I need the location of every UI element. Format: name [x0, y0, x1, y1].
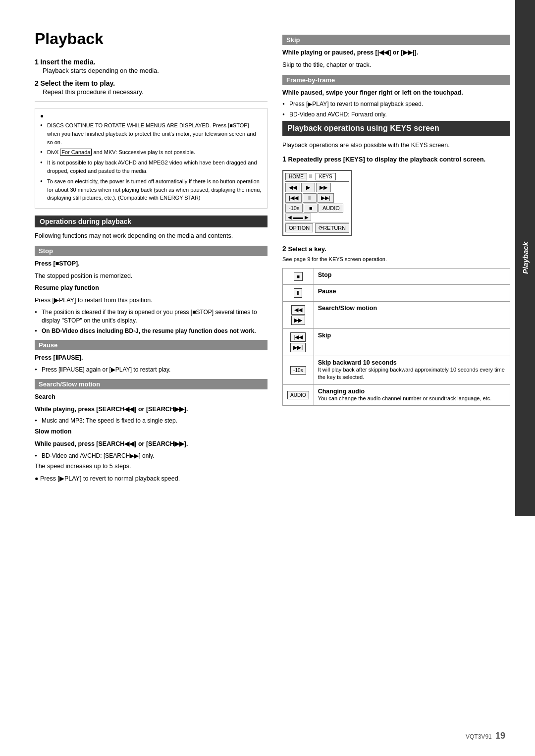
- slow-desc: The speed increases up to 5 steps.: [35, 462, 268, 471]
- stop-desc: The stopped position is memorized.: [35, 271, 268, 281]
- key-return[interactable]: ⟳RETURN: [315, 223, 349, 233]
- step-2-block: 2 Select the item to play. Repeat this p…: [35, 79, 268, 96]
- slow-while: While paused, press [SEARCH◀◀] or [SEARC…: [35, 439, 268, 449]
- 10s-key-icon: -10s: [290, 366, 306, 375]
- pause-bullet-1: Press [ⅡPAUSE] again or [▶PLAY] to resta…: [35, 366, 268, 374]
- frame-bullet-2: BD-Video and AVCHD: Forward only.: [282, 110, 510, 119]
- step1-pbkeys: 1 Repeatedly press [KEYS] to display the…: [282, 155, 510, 163]
- pause-header: Pause: [35, 340, 268, 350]
- key-prev[interactable]: |◀◀: [285, 193, 302, 203]
- pbkeys-desc: Playback operations are also possible wi…: [282, 141, 510, 150]
- search-label-cell: Search/Slow motion: [314, 301, 510, 328]
- skip-header: Skip: [282, 35, 510, 45]
- audio-label: Changing audio: [318, 388, 365, 395]
- step2-num: 2: [35, 79, 39, 87]
- frame-bullet-1: Press [▶PLAY] to revert to normal playba…: [282, 100, 510, 108]
- key-pause[interactable]: Ⅱ: [303, 193, 317, 203]
- note-icon: ●: [40, 112, 262, 119]
- resume-bullet-1: The position is cleared if the tray is o…: [35, 308, 268, 325]
- keys-row-1: ◀◀ ▶ ▶▶: [285, 183, 349, 192]
- resume-bullets: The position is cleared if the tray is o…: [35, 308, 268, 335]
- key-10s[interactable]: -10s: [285, 204, 303, 213]
- table-row-skip: |◀◀ ▶▶| Skip: [283, 328, 510, 356]
- table-row-stop: ■ Stop: [283, 268, 510, 284]
- note-item-3: It is not possible to play back AVCHD an…: [40, 159, 262, 175]
- keys-row-3: -10s ■ AUDIO: [285, 204, 349, 213]
- key-next[interactable]: ▶▶|: [318, 193, 334, 203]
- table-row-search: ◀◀ ▶▶ Search/Slow motion: [283, 301, 510, 328]
- pause-label-cell: Pause: [314, 284, 510, 301]
- note-item-4: To save on electricity, the power is tur…: [40, 177, 262, 202]
- operations-desc: Following functions may not work dependi…: [35, 231, 268, 241]
- 10s-label-cell: Skip backward 10 seconds It will play ba…: [314, 356, 510, 384]
- slow-bullet-1: BD-Video and AVCHD: [SEARCH▶▶] only.: [35, 452, 268, 460]
- search-key-icon-right: ▶▶: [291, 316, 305, 325]
- pause-bullets: Press [ⅡPAUSE] again or [▶PLAY] to resta…: [35, 366, 268, 374]
- search-bullet-1: Music and MP3: The speed is fixed to a s…: [35, 417, 268, 425]
- page-number-text: 19: [495, 731, 505, 741]
- step1-title: Insert the media.: [40, 58, 95, 66]
- page-footer: VQT3V91 19: [466, 731, 505, 741]
- step1-desc: Playback starts depending on the media.: [43, 67, 268, 74]
- vqt-number: VQT3V91: [466, 733, 492, 740]
- search-header: Search/Slow motion: [35, 379, 268, 389]
- frame-header: Frame-by-frame: [282, 75, 510, 85]
- skip-key-icon-left: |◀◀: [290, 332, 306, 342]
- search-title: Search: [35, 392, 268, 402]
- keys-bottom: OPTION ⟳RETURN: [285, 222, 349, 233]
- notes-block: ● DISCS CONTINUE TO ROTATE WHILE MENUS A…: [35, 108, 268, 209]
- note-item-1: DISCS CONTINUE TO ROTATE WHILE MENUS ARE…: [40, 121, 262, 146]
- resume-title: Resume play function: [35, 283, 268, 293]
- frame-bullets: Press [▶PLAY] to revert to normal playba…: [282, 100, 510, 119]
- 10s-icon-cell: -10s: [283, 356, 314, 384]
- skip-label-cell: Skip: [314, 328, 510, 356]
- skip-label: Skip: [318, 332, 331, 339]
- divider-notes: [35, 102, 268, 102]
- table-row-audio: AUDIO Changing audio You can change the …: [283, 384, 510, 405]
- skip-sub: Skip to the title, chapter or track.: [282, 60, 510, 70]
- search-key-icon-left: ◀◀: [291, 305, 305, 315]
- audio-detail: You can change the audio channel number …: [318, 395, 492, 401]
- pbkeys-header: Playback operations using KEYS screen: [282, 121, 510, 136]
- note-item-2: DivX For Canada and MKV: Successive play…: [40, 148, 262, 157]
- stop-header: Stop: [35, 246, 268, 256]
- key-play[interactable]: ▶: [301, 183, 315, 192]
- keys-tab-keys: KEYS: [316, 173, 336, 180]
- keys-row-4: ◀ ▬▬ ▶: [285, 214, 349, 221]
- key-ffwd[interactable]: ▶▶: [316, 183, 331, 192]
- search-while: While playing, press [SEARCH◀◀] or [SEAR…: [35, 405, 268, 414]
- keys-tab-row: HOME Ⅲ KEYS: [285, 173, 349, 182]
- step2-title: Select the item to play.: [40, 79, 115, 87]
- stop-key-icon: ■: [294, 272, 303, 281]
- frame-desc: While paused, swipe your finger right or…: [282, 88, 510, 98]
- key-rewind[interactable]: ◀◀: [285, 183, 300, 192]
- audio-key-icon: AUDIO: [287, 391, 309, 399]
- pause-label: Pause: [318, 288, 336, 295]
- slow-play: ● Press [▶PLAY] to revert to normal play…: [35, 474, 268, 484]
- step2-desc: See page 9 for the KEYS screen operation…: [282, 256, 510, 263]
- table-row-10s: -10s Skip backward 10 seconds It will pl…: [283, 356, 510, 384]
- resume-bullet-2: On BD-Video discs including BD-J, the re…: [35, 327, 268, 335]
- key-audio[interactable]: AUDIO: [319, 204, 343, 213]
- key-option[interactable]: OPTION: [285, 223, 313, 232]
- 10s-label: Skip backward 10 seconds: [318, 359, 397, 366]
- step2-pbkeys: 2 Select a key.: [282, 245, 510, 253]
- sidebar-text: Playback: [521, 242, 530, 274]
- sidebar-label: Playback: [515, 0, 535, 516]
- operations-section-header: Operations during playback: [35, 216, 268, 227]
- skip-key-icon-right: ▶▶|: [290, 343, 306, 352]
- pause-key-icon: Ⅱ: [294, 288, 302, 298]
- keys-row-2: |◀◀ Ⅱ ▶▶|: [285, 193, 349, 203]
- pause-icon-cell: Ⅱ: [283, 284, 314, 301]
- search-icon-cell: ◀◀ ▶▶: [283, 301, 314, 328]
- stop-label-cell: Stop: [314, 268, 510, 284]
- step2-desc: Repeat this procedure if necessary.: [43, 88, 268, 96]
- skip-icon-cell: |◀◀ ▶▶|: [283, 328, 314, 356]
- search-bullets: Music and MP3: The speed is fixed to a s…: [35, 417, 268, 425]
- left-column: Playback 1 Insert the media. Playback st…: [35, 30, 268, 486]
- key-stop[interactable]: ■: [304, 204, 318, 213]
- audio-icon-cell: AUDIO: [283, 384, 314, 405]
- stop-icon-cell: ■: [283, 268, 314, 284]
- keys-reference-table: ■ Stop Ⅱ Pause ◀◀ ▶▶ S: [282, 268, 510, 406]
- audio-label-cell: Changing audio You can change the audio …: [314, 384, 510, 405]
